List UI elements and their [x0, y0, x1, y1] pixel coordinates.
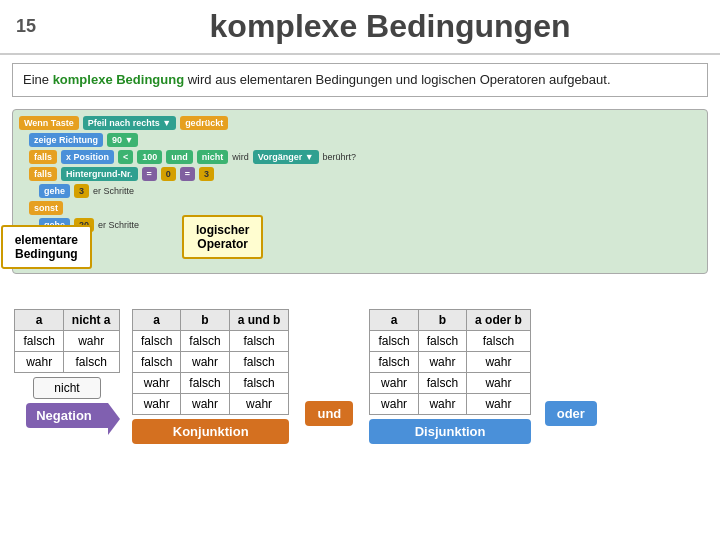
disj-row-4: wahr wahr wahr [370, 393, 530, 414]
konj-row-4: wahr wahr wahr [133, 393, 289, 414]
scratch-container: Wenn Taste Pfeil nach rechts ▼ gedrückt … [12, 109, 708, 279]
block-gehe1: gehe [39, 184, 70, 198]
block-eq1: = [142, 167, 157, 181]
und-button[interactable]: und [305, 401, 353, 426]
disj-row-1: falsch falsch falsch [370, 330, 530, 351]
conjunction-column: a b a und b falsch falsch falsch falsch … [132, 309, 289, 444]
block-eq2: = [180, 167, 195, 181]
block-wenn: Wenn Taste [19, 116, 79, 130]
callout-elementary: elementare Bedingung [1, 225, 92, 269]
oder-button[interactable]: oder [545, 401, 597, 426]
neg-row-1: falsch wahr [15, 330, 119, 351]
block-xpos: x Position [61, 150, 114, 164]
neg-r1-a: falsch [15, 330, 63, 351]
block-90: 90 ▼ [107, 133, 138, 147]
block-3: 3 [199, 167, 214, 181]
konj-row-2: falsch wahr falsch [133, 351, 289, 372]
scratch-row-2: zeige Richtung 90 ▼ [29, 133, 701, 147]
disjunction-button[interactable]: Disjunktion [369, 419, 530, 444]
konj-row-1: falsch falsch falsch [133, 330, 289, 351]
scratch-row-7: gehe 20 er Schritte [39, 218, 701, 232]
header: 15 komplexe Bedingungen [0, 0, 720, 55]
konj-header-b: b [181, 309, 229, 330]
neg-r1-nichta: wahr [63, 330, 119, 351]
neg-header-a: a [15, 309, 63, 330]
disj-header-a: a [370, 309, 418, 330]
block-100: 100 [137, 150, 162, 164]
scratch-mock: Wenn Taste Pfeil nach rechts ▼ gedrückt … [12, 109, 708, 274]
description-box: Eine komplexe Bedingung wird aus element… [12, 63, 708, 97]
scratch-row-1: Wenn Taste Pfeil nach rechts ▼ gedrückt [19, 116, 701, 130]
neg-r2-a: wahr [15, 351, 63, 372]
negation-column: a nicht a falsch wahr wahr falsch nicht … [12, 309, 122, 428]
slide-number: 15 [16, 16, 36, 37]
block-gedrueckt: gedrückt [180, 116, 228, 130]
neg-r2-nichta: falsch [63, 351, 119, 372]
konj-row-3: wahr falsch falsch [133, 372, 289, 393]
neg-header-nicht-a: nicht a [63, 309, 119, 330]
negation-button[interactable]: Negation [26, 403, 108, 428]
block-0: 0 [161, 167, 176, 181]
block-er2: er Schritte [98, 220, 139, 230]
block-und: und [166, 150, 193, 164]
negation-table: a nicht a falsch wahr wahr falsch [14, 309, 119, 373]
block-pfeil: Pfeil nach rechts ▼ [83, 116, 176, 130]
block-wird: wird [232, 152, 249, 162]
oder-column: oder [541, 309, 601, 426]
disjunction-column: a b a oder b falsch falsch falsch falsch… [369, 309, 530, 444]
description-highlight: komplexe Bedingung [53, 72, 184, 87]
konj-header-aub: a und b [229, 309, 289, 330]
neg-row-2: wahr falsch [15, 351, 119, 372]
block-falls2: falls [29, 167, 57, 181]
conjunction-table: a b a und b falsch falsch falsch falsch … [132, 309, 289, 415]
top-section: Wenn Taste Pfeil nach rechts ▼ gedrückt … [0, 105, 720, 279]
block-falls1: falls [29, 150, 57, 164]
block-sonst: sonst [29, 201, 63, 215]
conjunction-button[interactable]: Konjunktion [132, 419, 289, 444]
description-text-before: Eine [23, 72, 53, 87]
bottom-tables-section: a nicht a falsch wahr wahr falsch nicht … [0, 279, 720, 448]
block-3: 3 [74, 184, 89, 198]
block-beruehrt: berührt? [323, 152, 357, 162]
block-er: er Schritte [93, 186, 134, 196]
block-nicht: nicht [197, 150, 229, 164]
scratch-row-6: sonst [29, 201, 701, 215]
block-lt: < [118, 150, 133, 164]
scratch-row-4: falls Hintergrund-Nr. = 0 = 3 [29, 167, 701, 181]
scratch-row-3: falls x Position < 100 und nicht wird Vo… [29, 150, 701, 164]
block-hintergrund: Hintergrund-Nr. [61, 167, 138, 181]
slide-title: komplexe Bedingungen [76, 8, 704, 45]
disj-row-2: falsch wahr wahr [370, 351, 530, 372]
scratch-row-5: gehe 3 er Schritte [39, 184, 701, 198]
disj-row-3: wahr falsch wahr [370, 372, 530, 393]
disj-header-b: b [418, 309, 466, 330]
block-zeige: zeige Richtung [29, 133, 103, 147]
disj-header-aob: a oder b [467, 309, 531, 330]
description-text-after: wird aus elementaren Bedingungen und log… [184, 72, 610, 87]
block-vorgaenger: Vorgänger ▼ [253, 150, 319, 164]
und-column: und [299, 309, 359, 426]
disjunction-table: a b a oder b falsch falsch falsch falsch… [369, 309, 530, 415]
konj-header-a: a [133, 309, 181, 330]
callout-logical: logischer Operator [182, 215, 263, 259]
nicht-box: nicht [33, 377, 100, 399]
